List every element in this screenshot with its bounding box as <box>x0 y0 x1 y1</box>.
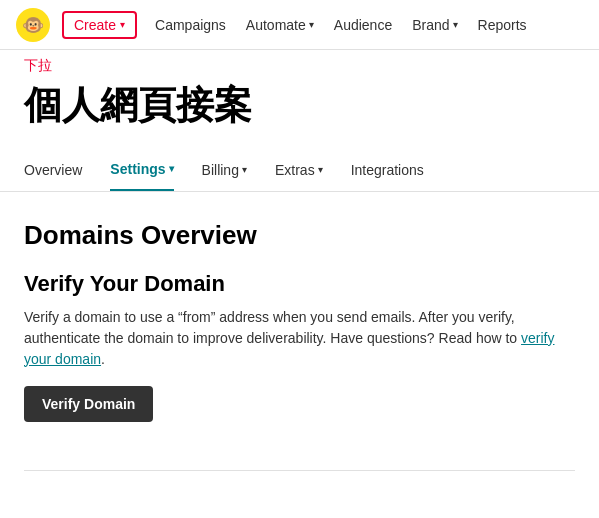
nav-item-campaigns[interactable]: Campaigns <box>155 17 226 33</box>
domains-overview-title: Domains Overview <box>24 220 575 251</box>
nav-item-audience[interactable]: Audience <box>334 17 392 33</box>
verify-domain-title: Verify Your Domain <box>24 271 575 297</box>
bottom-divider <box>24 470 575 471</box>
settings-chevron-icon: ▾ <box>169 163 174 174</box>
sub-nav-settings[interactable]: Settings ▾ <box>110 149 173 191</box>
sub-nav-overview[interactable]: Overview <box>24 150 82 190</box>
sub-nav-billing-label: Billing <box>202 162 239 178</box>
annotation-text: 下拉 <box>24 57 52 73</box>
automate-chevron-icon: ▾ <box>309 19 314 30</box>
mailchimp-logo: 🐵 <box>16 8 50 42</box>
verify-description: Verify a domain to use a “from” address … <box>24 307 575 370</box>
nav-item-brand[interactable]: Brand ▾ <box>412 17 457 33</box>
main-content: Domains Overview Verify Your Domain Veri… <box>0 192 599 446</box>
top-nav: 🐵 Create ▾ Campaigns Automate ▾ Audience… <box>0 0 599 50</box>
billing-chevron-icon: ▾ <box>242 164 247 175</box>
brand-chevron-icon: ▾ <box>453 19 458 30</box>
verify-description-text: Verify a domain to use a “from” address … <box>24 309 521 346</box>
nav-brand-label: Brand <box>412 17 449 33</box>
sub-nav-integrations[interactable]: Integrations <box>351 150 424 190</box>
nav-campaigns-label: Campaigns <box>155 17 226 33</box>
page-title: 個人網頁接案 <box>24 83 575 129</box>
logo-area: 🐵 <box>16 8 50 42</box>
svg-text:🐵: 🐵 <box>22 14 45 36</box>
sub-nav-overview-label: Overview <box>24 162 82 178</box>
create-chevron-icon: ▾ <box>120 19 125 30</box>
annotation-area: 下拉 <box>0 50 599 75</box>
verify-description-end: . <box>101 351 105 367</box>
create-button[interactable]: Create ▾ <box>62 11 137 39</box>
nav-items: Campaigns Automate ▾ Audience Brand ▾ Re… <box>155 17 527 33</box>
sub-nav-billing[interactable]: Billing ▾ <box>202 150 247 190</box>
page-title-area: 個人網頁接案 <box>0 75 599 149</box>
sub-nav-extras-label: Extras <box>275 162 315 178</box>
nav-audience-label: Audience <box>334 17 392 33</box>
create-label: Create <box>74 17 116 33</box>
nav-reports-label: Reports <box>478 17 527 33</box>
sub-nav-extras[interactable]: Extras ▾ <box>275 150 323 190</box>
sub-nav-settings-label: Settings <box>110 161 165 177</box>
nav-automate-label: Automate <box>246 17 306 33</box>
sub-nav: Overview Settings ▾ Billing ▾ Extras ▾ I… <box>0 149 599 192</box>
sub-nav-integrations-label: Integrations <box>351 162 424 178</box>
extras-chevron-icon: ▾ <box>318 164 323 175</box>
nav-item-reports[interactable]: Reports <box>478 17 527 33</box>
verify-domain-button[interactable]: Verify Domain <box>24 386 153 422</box>
nav-item-automate[interactable]: Automate ▾ <box>246 17 314 33</box>
